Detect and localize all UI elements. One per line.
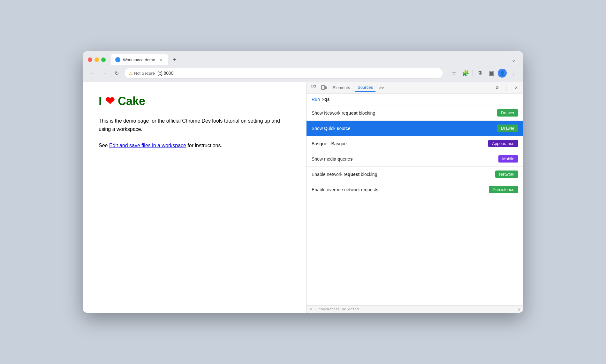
tab-close-button[interactable]: × [158,57,164,63]
not-secure-label: Not Secure [134,71,155,76]
status-copy-icon: ⎘ [518,307,520,311]
forward-button[interactable]: → [100,69,109,78]
more-options-icon[interactable]: ⋮ [508,68,518,78]
page-body: This is the demo page for the official C… [99,117,290,149]
settings-icon[interactable]: ⚙ [493,83,502,92]
main-content: I ❤ Cake This is the demo page for the o… [83,82,523,313]
security-indicator: ⚠ Not Secure [129,71,155,76]
command-label: Show Quick source [312,126,497,131]
command-label: Show media queries [312,156,498,162]
warning-icon: ⚠ [129,71,133,76]
tab-sources[interactable]: Sources [354,84,376,92]
status-cursor-icon: ⌨ [310,307,312,311]
command-badge-drawer: Drawer [497,109,518,117]
command-item-basque[interactable]: Basque - Basque Appearance [307,136,523,151]
command-label: Enable override network requests [312,187,489,192]
lab-icon[interactable]: ⚗ [475,68,485,78]
command-item-show-quick-source[interactable]: Show Quick source Drawer [307,121,523,136]
tab-elements[interactable]: Elements [330,84,353,91]
body-paragraph-1: This is the demo page for the official C… [99,117,290,133]
reload-button[interactable]: ↻ [112,69,121,78]
run-button[interactable]: Run [312,97,320,102]
body-p2-prefix: See [99,143,109,148]
page-content: I ❤ Cake This is the demo page for the o… [83,82,306,313]
tab-row: 🌐 Workspace demo × + ⌄ [88,54,518,65]
address-url: [::]:8000 [157,71,174,76]
workspace-link[interactable]: Edit and save files in a workspace [109,143,186,148]
tab-menu-button[interactable]: ⌄ [509,55,518,64]
browser-window: 🌐 Workspace demo × + ⌄ ← → ↻ ⚠ Not Secur… [83,51,523,313]
traffic-lights [88,57,106,62]
address-bar[interactable]: ⚠ Not Secure [::]:8000 [124,68,443,79]
command-label: Basque - Basque [312,141,488,146]
bookmark-icon[interactable]: ☆ [449,68,459,78]
new-tab-button[interactable]: + [170,55,179,64]
command-badge-persistence: Persistence [489,186,518,193]
user-account-icon[interactable]: 👤 [498,69,507,78]
command-label: Show Network request blocking [312,110,497,116]
command-palette: Run >qs [307,94,523,105]
device-toolbar-icon[interactable] [319,83,328,92]
devtools-toolbar: Elements Sources >> ⚙ ⋮ ✕ [307,82,523,94]
more-devtools-icon[interactable]: ⋮ [502,83,511,92]
heading-heart: ❤ [105,95,115,108]
more-tabs-button[interactable]: >> [377,84,386,91]
tab-title: Workspace demo [123,57,155,62]
inspect-element-icon[interactable] [309,83,318,92]
command-badge-mobile: Mobile [498,155,518,163]
svg-rect-1 [314,85,316,87]
page-heading: I ❤ Cake [99,95,290,108]
title-bar: 🌐 Workspace demo × + ⌄ [83,51,523,65]
toolbar-divider [473,70,473,76]
heading-cake: Cake [118,95,145,108]
split-screen-icon[interactable]: ▣ [486,68,496,78]
status-chars-selected: 5 characters selected [314,307,359,311]
svg-rect-2 [322,86,325,89]
browser-tab[interactable]: 🌐 Workspace demo × [111,54,168,65]
command-results: Show Network request blocking Drawer Sho… [307,105,523,305]
command-item-show-network-blocking[interactable]: Show Network request blocking Drawer [307,105,523,121]
command-badge-network: Network [495,171,518,178]
devtools-statusbar: ⌨ 5 characters selected ⎘ [307,305,523,313]
command-input[interactable]: >qs [322,97,330,102]
command-label: Enable network request blocking [312,172,495,177]
devtools-panel: Elements Sources >> ⚙ ⋮ ✕ Run >qs [306,82,523,313]
heading-i: I [99,95,102,108]
close-window-button[interactable] [88,57,92,62]
maximize-window-button[interactable] [101,57,106,62]
close-devtools-icon[interactable]: ✕ [512,83,521,92]
command-badge-appearance: Appearance [488,140,518,147]
body-p2-suffix: for instructions. [187,143,222,148]
tab-favicon: 🌐 [115,57,120,62]
address-bar-row: ← → ↻ ⚠ Not Secure [::]:8000 ☆ 🧩 ⚗ ▣ 👤 ⋮ [83,65,523,82]
svg-rect-0 [311,85,313,87]
body-paragraph-2: See Edit and save files in a workspace f… [99,141,290,150]
extensions-icon[interactable]: 🧩 [460,68,471,78]
command-item-show-media-queries[interactable]: Show media queries Mobile [307,151,523,167]
command-item-enable-network-blocking[interactable]: Enable network request blocking Network [307,167,523,182]
back-button[interactable]: ← [88,69,97,78]
command-item-enable-override[interactable]: Enable override network requests Persist… [307,182,523,197]
devtools-toolbar-right: ⚙ ⋮ ✕ [493,83,521,92]
browser-toolbar-icons: ☆ 🧩 ⚗ ▣ 👤 ⋮ [449,68,518,78]
svg-rect-3 [325,87,326,89]
command-badge-drawer-2: Drawer [497,125,518,132]
minimize-window-button[interactable] [95,57,99,62]
